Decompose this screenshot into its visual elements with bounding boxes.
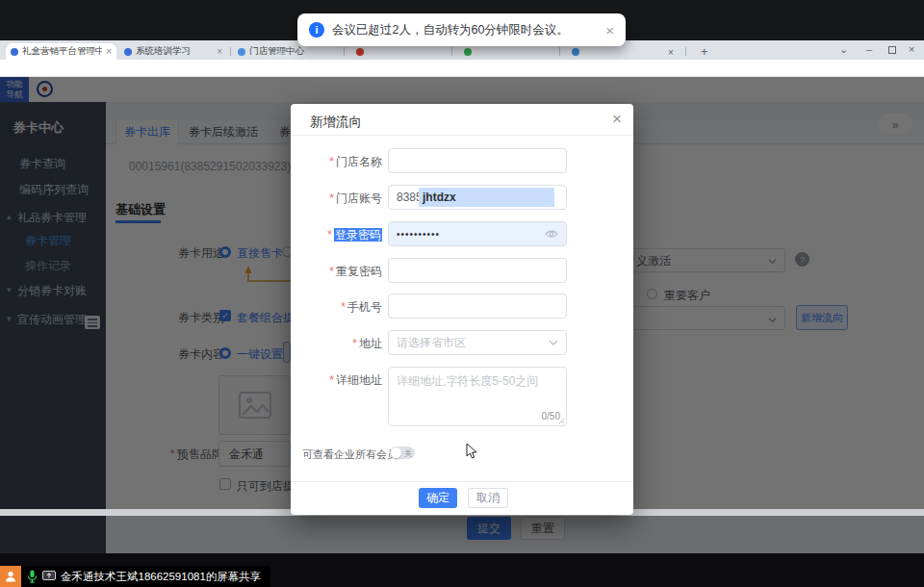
tab-close-icon[interactable]: × — [668, 47, 674, 58]
tab-close-icon[interactable]: × — [213, 46, 222, 57]
tab-title: 系统培训学习 — [136, 45, 211, 58]
tab-separator — [230, 47, 231, 56]
site-favicon[interactable] — [464, 48, 472, 56]
toast-close-icon[interactable]: × — [605, 22, 614, 38]
browser-tab-1[interactable]: 礼盒营销平台管理中心 × — [6, 43, 116, 60]
browser-menu-caret-icon[interactable]: ⌄ — [839, 43, 848, 56]
screen-share-icon — [42, 571, 56, 582]
tab-separator — [451, 47, 452, 56]
window-close-button[interactable]: × — [909, 43, 914, 55]
address-label: 地址 — [359, 337, 382, 350]
tab-separator — [559, 47, 560, 56]
modal-header-divider — [291, 135, 633, 136]
tab-separator — [344, 47, 345, 56]
toggle-state: 关 — [404, 448, 412, 459]
resize-handle-icon[interactable] — [557, 417, 565, 424]
phone-label: 手机号 — [347, 300, 382, 314]
site-favicon — [238, 48, 245, 56]
meeting-toast: i 会议已超过2人，自动转为60分钟限时会议。 × — [297, 13, 626, 46]
new-tab-button[interactable]: + — [701, 44, 708, 59]
site-favicon — [11, 48, 18, 56]
repeat-password-label: 重复密码 — [336, 265, 382, 278]
detail-address-placeholder: 详细地址,字符长度5-50之间 — [397, 373, 538, 390]
tab-title: 礼盒营销平台管理中心 — [22, 45, 102, 58]
toast-message: 会议已超过2人，自动转为60分钟限时会议。 — [332, 22, 569, 38]
toggle-knob — [391, 447, 401, 458]
member-toggle-label: 可查看企业所有会员 — [302, 447, 398, 462]
window-minimize-button[interactable]: – — [866, 43, 872, 55]
address-select[interactable]: 请选择省市区 — [388, 330, 567, 355]
repeat-password-input[interactable] — [388, 258, 567, 283]
site-favicon[interactable] — [572, 48, 579, 56]
sharer-avatar — [0, 566, 21, 587]
modal-footer-divider — [291, 481, 633, 482]
browser-tab-2[interactable]: 系统培训学习 × — [119, 43, 227, 60]
window-maximize-button[interactable] — [888, 46, 896, 54]
store-name-label: 门店名称 — [336, 155, 382, 168]
browser-address-bar: ← → ↻ standard.maboy.cn/CardsOut ☆ 更新 ⋮ — [0, 60, 924, 77]
address-placeholder: 请选择省市区 — [397, 335, 466, 351]
store-account-label: 门店账号 — [336, 191, 382, 205]
tab-separator — [685, 47, 686, 56]
confirm-button[interactable]: 确定 — [419, 488, 457, 508]
screen-share-text: 金禾通技术王斌18662591081的屏幕共享 — [61, 570, 261, 584]
member-toggle-switch[interactable]: 关 — [390, 447, 415, 459]
store-name-input[interactable] — [388, 148, 567, 173]
eye-icon[interactable] — [545, 229, 558, 239]
account-value-selected: jhtdzx — [419, 188, 554, 207]
password-dots: •••••••••• — [397, 229, 440, 240]
site-favicon[interactable] — [356, 48, 364, 56]
chevron-down-icon — [549, 340, 558, 345]
modal-close-icon[interactable]: × — [612, 110, 622, 129]
detail-address-textarea[interactable]: 详细地址,字符长度5-50之间 0/50 — [388, 367, 567, 426]
tab-close-icon[interactable]: × — [102, 46, 112, 57]
cancel-button[interactable]: 取消 — [468, 488, 508, 508]
modal-title: 新增流向 — [310, 114, 362, 131]
screen-share-bar: 金禾通技术王斌18662591081的屏幕共享 — [21, 566, 270, 587]
store-account-input[interactable]: 8385 jhtdzx — [388, 185, 567, 210]
person-icon — [4, 570, 17, 583]
add-flow-modal: 新增流向 × *门店名称 *门店账号 8385 jhtdzx *登录密码 •••… — [291, 104, 633, 515]
info-icon: i — [309, 22, 324, 38]
password-input[interactable]: •••••••••• — [388, 221, 567, 246]
detail-address-label: 详细地址 — [336, 373, 382, 387]
mouse-cursor-icon — [466, 443, 477, 459]
mic-icon — [27, 570, 38, 583]
phone-input[interactable] — [388, 294, 567, 319]
password-label: 登录密码 — [334, 228, 382, 242]
site-favicon — [124, 48, 132, 56]
tab-title: 门店管理中心 — [249, 45, 324, 58]
